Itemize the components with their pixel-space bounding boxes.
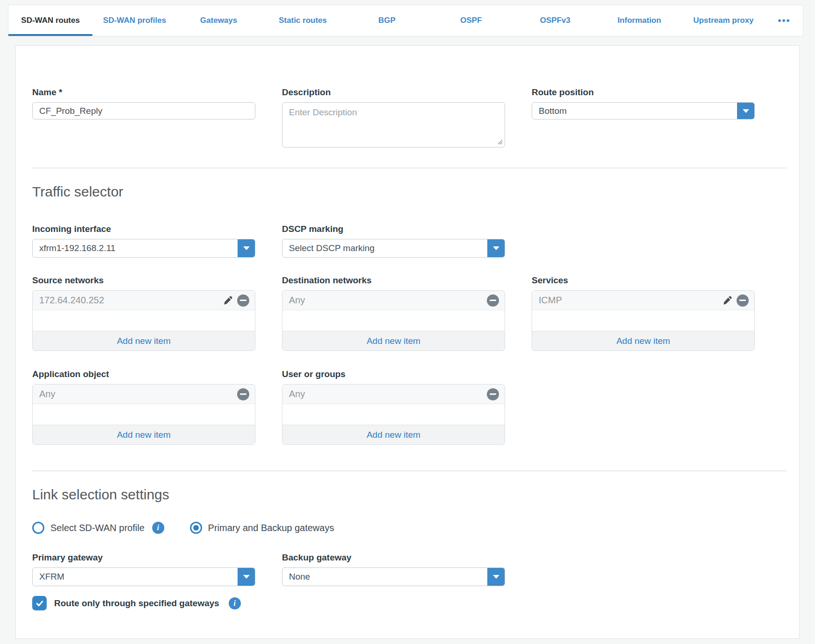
list-item: 172.64.240.252 bbox=[33, 291, 255, 310]
application-object-listbox: Any Add new item bbox=[32, 384, 255, 445]
radio-primary-backup-gateways[interactable]: Primary and Backup gateways bbox=[190, 522, 334, 534]
primary-gateway-label: Primary gateway bbox=[32, 552, 255, 563]
tab-bgp[interactable]: BGP bbox=[345, 5, 429, 36]
radio-select-sdwan-profile[interactable]: Select SD-WAN profile i bbox=[32, 522, 164, 534]
info-icon[interactable]: i bbox=[229, 597, 241, 609]
description-field-group: Description bbox=[282, 87, 505, 147]
route-only-checkbox[interactable] bbox=[32, 596, 47, 610]
services-listbox: ICMP Add new item bbox=[532, 290, 755, 351]
radio-button[interactable] bbox=[190, 522, 202, 534]
tab-ospf[interactable]: OSPF bbox=[429, 5, 513, 36]
chevron-down-icon bbox=[243, 246, 250, 250]
source-networks-listbox: 172.64.240.252 Add new item bbox=[32, 290, 255, 351]
user-or-groups-value: Any bbox=[289, 389, 487, 399]
tab-sdwan-routes[interactable]: SD-WAN routes bbox=[8, 5, 92, 36]
list-empty-area bbox=[282, 404, 505, 425]
remove-icon[interactable] bbox=[487, 388, 499, 400]
tab-ospfv3[interactable]: OSPFv3 bbox=[513, 5, 597, 36]
radio-button[interactable] bbox=[32, 522, 44, 534]
route-position-dropdown-button[interactable] bbox=[737, 102, 755, 119]
list-empty-area bbox=[532, 310, 754, 331]
more-tabs-icon[interactable]: ••• bbox=[766, 5, 803, 36]
chevron-down-icon bbox=[743, 109, 749, 113]
dscp-marking-label: DSCP marking bbox=[282, 224, 505, 234]
destination-network-value: Any bbox=[289, 295, 487, 306]
route-position-value: Bottom bbox=[539, 106, 567, 116]
description-textarea[interactable] bbox=[282, 102, 505, 147]
incoming-interface-value: xfrm1-192.168.2.11 bbox=[39, 243, 115, 253]
section-divider bbox=[32, 168, 787, 168]
dscp-marking-dropdown-button[interactable] bbox=[487, 239, 505, 258]
application-object-value: Any bbox=[39, 389, 237, 399]
remove-icon[interactable] bbox=[237, 294, 249, 307]
service-value: ICMP bbox=[539, 295, 723, 306]
list-item: Any bbox=[282, 291, 505, 310]
sdwan-route-form-panel: Name * Description Route position Bottom… bbox=[15, 45, 800, 639]
route-position-label: Route position bbox=[532, 87, 755, 98]
list-item: Any bbox=[33, 385, 255, 404]
chevron-down-icon bbox=[493, 246, 499, 250]
user-or-groups-listbox: Any Add new item bbox=[282, 384, 505, 445]
application-object-field-group: Application object Any Add new item bbox=[32, 369, 255, 445]
remove-icon[interactable] bbox=[237, 388, 249, 400]
primary-gateway-dropdown-button[interactable] bbox=[238, 567, 255, 586]
remove-icon[interactable] bbox=[487, 294, 499, 307]
route-only-checkbox-label: Route only through specified gateways bbox=[54, 598, 219, 609]
incoming-interface-label: Incoming interface bbox=[32, 224, 255, 234]
application-object-label: Application object bbox=[32, 369, 255, 379]
edit-icon[interactable] bbox=[224, 296, 232, 305]
traffic-selector-title: Traffic selector bbox=[32, 183, 799, 200]
name-input[interactable] bbox=[32, 102, 255, 119]
incoming-interface-dropdown-button[interactable] bbox=[238, 239, 255, 258]
tab-sdwan-profiles[interactable]: SD-WAN profiles bbox=[92, 5, 176, 36]
source-networks-label: Source networks bbox=[32, 275, 255, 286]
route-position-field-group: Route position Bottom bbox=[532, 87, 755, 119]
remove-icon[interactable] bbox=[737, 294, 749, 307]
name-field-group: Name * bbox=[32, 87, 255, 119]
radio-label: Select SD-WAN profile bbox=[50, 523, 145, 533]
dscp-marking-value: Select DSCP marking bbox=[289, 243, 374, 253]
dscp-marking-field-group: DSCP marking Select DSCP marking bbox=[282, 224, 505, 258]
source-networks-add-button[interactable]: Add new item bbox=[33, 331, 255, 350]
application-object-add-button[interactable]: Add new item bbox=[33, 425, 255, 444]
incoming-interface-field-group: Incoming interface xfrm1-192.168.2.11 bbox=[32, 224, 255, 258]
services-field-group: Services ICMP Add new item bbox=[532, 275, 755, 351]
destination-networks-add-button[interactable]: Add new item bbox=[282, 331, 505, 350]
list-empty-area bbox=[33, 404, 255, 425]
backup-gateway-select[interactable]: None bbox=[282, 567, 505, 586]
checkmark-icon bbox=[35, 599, 44, 608]
chevron-down-icon bbox=[493, 575, 499, 579]
edit-icon[interactable] bbox=[723, 296, 732, 305]
tab-upstream-proxy[interactable]: Upstream proxy bbox=[682, 5, 766, 36]
link-selection-title: Link selection settings bbox=[32, 486, 799, 503]
source-network-value: 172.64.240.252 bbox=[39, 295, 224, 306]
description-label: Description bbox=[282, 87, 505, 98]
source-networks-field-group: Source networks 172.64.240.252 Add new i… bbox=[32, 275, 255, 351]
dscp-marking-select[interactable]: Select DSCP marking bbox=[282, 239, 505, 258]
services-label: Services bbox=[532, 275, 755, 286]
destination-networks-field-group: Destination networks Any Add new item bbox=[282, 275, 505, 351]
user-or-groups-label: User or groups bbox=[282, 369, 505, 379]
services-add-button[interactable]: Add new item bbox=[532, 331, 754, 350]
incoming-interface-select[interactable]: xfrm1-192.168.2.11 bbox=[32, 239, 255, 258]
info-icon[interactable]: i bbox=[152, 522, 164, 534]
user-or-groups-add-button[interactable]: Add new item bbox=[282, 425, 505, 444]
tab-static-routes[interactable]: Static routes bbox=[261, 5, 345, 36]
tab-gateways[interactable]: Gateways bbox=[176, 5, 260, 36]
list-item: ICMP bbox=[532, 291, 754, 310]
tab-bar: SD-WAN routes SD-WAN profiles Gateways S… bbox=[8, 5, 803, 36]
list-item: Any bbox=[282, 385, 505, 404]
chevron-down-icon bbox=[243, 575, 250, 579]
primary-gateway-value: XFRM bbox=[39, 572, 64, 582]
route-position-select[interactable]: Bottom bbox=[532, 102, 755, 119]
backup-gateway-dropdown-button[interactable] bbox=[487, 567, 505, 586]
destination-networks-listbox: Any Add new item bbox=[282, 290, 505, 351]
backup-gateway-value: None bbox=[289, 572, 310, 582]
tab-information[interactable]: Information bbox=[597, 5, 682, 36]
backup-gateway-field-group: Backup gateway None bbox=[282, 552, 505, 586]
destination-networks-label: Destination networks bbox=[282, 275, 505, 286]
list-empty-area bbox=[282, 310, 505, 331]
user-or-groups-field-group: User or groups Any Add new item bbox=[282, 369, 505, 445]
primary-gateway-select[interactable]: XFRM bbox=[32, 567, 255, 586]
name-label: Name * bbox=[32, 87, 255, 98]
